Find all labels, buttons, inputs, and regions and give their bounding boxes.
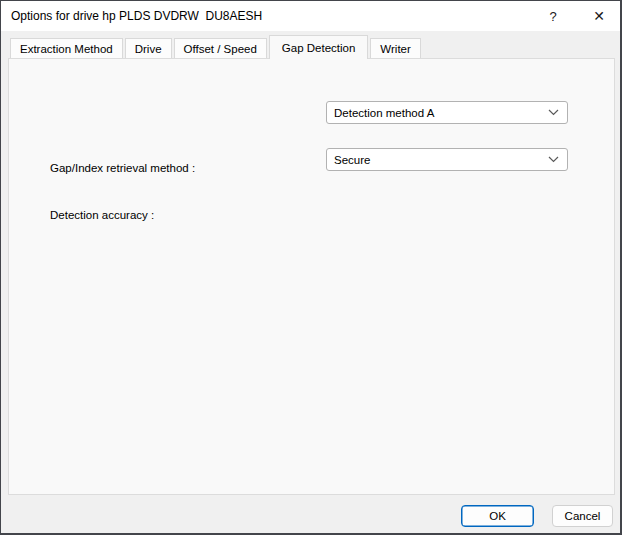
options-dialog: Options for drive hp PLDS DVDRW DU8AESH … <box>0 0 622 535</box>
tab-label: Offset / Speed <box>184 43 257 55</box>
detection-accuracy-label: Detection accuracy : <box>50 209 154 221</box>
chevron-down-icon <box>548 109 559 116</box>
tab-offset-speed[interactable]: Offset / Speed <box>174 38 267 58</box>
tab-label: Writer <box>380 43 410 55</box>
cancel-button[interactable]: Cancel <box>552 505 613 527</box>
gap-index-retrieval-method-dropdown[interactable]: Detection method A <box>326 101 568 124</box>
tab-drive[interactable]: Drive <box>125 38 172 58</box>
tab-label: Extraction Method <box>20 43 113 55</box>
help-icon: ? <box>549 9 556 24</box>
chevron-down-icon <box>548 156 559 163</box>
detection-accuracy-dropdown[interactable]: Secure <box>326 148 568 171</box>
close-icon: ✕ <box>593 8 605 24</box>
tab-label: Drive <box>135 43 162 55</box>
dropdown-selected-value: Detection method A <box>334 107 434 119</box>
tab-strip: Extraction Method Drive Offset / Speed G… <box>10 35 423 59</box>
ok-button[interactable]: OK <box>461 505 534 527</box>
gap-detection-panel: Gap/Index retrieval method : Detection m… <box>8 58 615 495</box>
help-button[interactable]: ? <box>537 4 569 28</box>
tab-label: Gap Detection <box>282 42 356 54</box>
title-bar: Options for drive hp PLDS DVDRW DU8AESH … <box>1 1 620 31</box>
close-button[interactable]: ✕ <box>583 4 615 28</box>
tab-writer[interactable]: Writer <box>370 38 420 58</box>
gap-index-retrieval-method-label: Gap/Index retrieval method : <box>50 162 195 174</box>
dropdown-selected-value: Secure <box>334 154 370 166</box>
tab-extraction-method[interactable]: Extraction Method <box>10 38 123 58</box>
window-title: Options for drive hp PLDS DVDRW DU8AESH <box>11 9 262 23</box>
tab-gap-detection[interactable]: Gap Detection <box>269 35 369 59</box>
